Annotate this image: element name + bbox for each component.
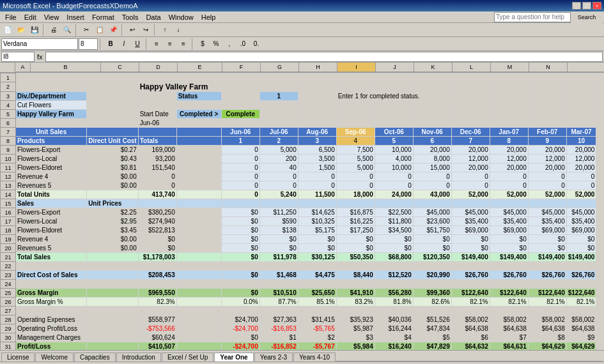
cell-J21[interactable]: $68,800 [375,253,413,262]
cell-D22[interactable] [138,262,176,271]
menu-view[interactable]: View [40,13,63,22]
cell-M26[interactable]: 82.1% [490,298,528,307]
cell-N1[interactable] [528,73,566,82]
print-button[interactable]: 🖨 [47,24,60,36]
cell-F9[interactable]: 0 [221,146,259,155]
cell-L18[interactable]: $69,000 [451,226,490,235]
align-center-button[interactable]: ≡ [164,38,176,50]
cell-C25[interactable] [87,289,139,298]
cell-I15[interactable] [336,199,375,208]
cell-L28[interactable]: $58,002 [451,315,490,324]
cell-H27[interactable] [298,307,336,315]
cell-K26[interactable]: 82.6% [413,298,451,307]
cell-K10[interactable]: 8,000 [413,155,451,163]
cell-N6[interactable] [528,119,566,128]
cell-F8[interactable]: 1 [221,137,259,146]
cell-H29[interactable]: -$5,765 [298,324,336,333]
cell-K15[interactable] [413,199,451,208]
comma-button[interactable]: , [223,38,236,50]
cell-F31[interactable]: -$24,700 [221,342,259,351]
cell-I9[interactable]: 7,500 [336,146,375,155]
cell-G17[interactable]: $590 [259,217,298,226]
cell-E31[interactable] [176,342,221,351]
cell-N9[interactable]: 20,000 [528,146,566,155]
cell-N15[interactable] [528,199,566,208]
cell-G3[interactable]: 1 [259,92,298,101]
cell-E20[interactable] [176,244,221,253]
cell-F21[interactable]: $0 [221,253,259,262]
cell-D27[interactable] [138,307,176,315]
col-header-G[interactable]: G [261,63,299,72]
cell-D21[interactable]: $1,178,003 [138,253,176,262]
cell-C1[interactable] [87,73,139,82]
cell-F30[interactable]: $0 [221,333,259,342]
cell-G7[interactable]: Jul-06 [259,128,298,137]
cell-M29[interactable]: $64,638 [490,324,528,333]
cell-G31[interactable]: -$16,852 [259,342,298,351]
cell-E6[interactable] [176,119,221,128]
cell-D15[interactable] [138,199,176,208]
cell-C9[interactable]: $0.27 [87,146,139,155]
cell-B29[interactable]: Operating Profit/Loss [16,324,87,333]
cell-D10[interactable]: 93,200 [138,155,176,163]
cell-H17[interactable]: $10,325 [298,217,336,226]
cell-F16[interactable]: $0 [221,208,259,217]
cell-M15[interactable] [490,199,528,208]
cell-L12[interactable]: 0 [451,172,490,181]
cell-J6[interactable] [375,119,413,128]
menu-window[interactable]: Window [165,13,197,22]
cell-C18[interactable]: $3.45 [87,226,139,235]
cell-D7[interactable] [138,128,176,137]
cell-N25[interactable]: $122,640 [528,289,566,298]
cell-H10[interactable]: 3,500 [298,155,336,163]
save-button[interactable]: 💾 [28,24,41,36]
cell-K24[interactable] [413,280,451,289]
cell-K23[interactable]: $20,990 [413,271,451,280]
cell-K13[interactable]: 0 [413,181,451,190]
cell-E28[interactable] [176,315,221,324]
cell-N10[interactable]: 12,000 [528,155,566,163]
align-right-button[interactable]: ≡ [177,38,190,50]
cell-J2[interactable] [375,82,413,92]
cell-I28[interactable]: $35,923 [336,315,375,324]
currency-button[interactable]: $ [196,38,209,50]
cell-B20[interactable]: Revenues 5 [16,244,87,253]
cell-B27[interactable] [16,307,87,315]
cell-N3[interactable] [528,92,566,101]
cell-G18[interactable]: $138 [259,226,298,235]
cell-L4[interactable] [451,101,490,110]
cell-O5[interactable] [566,110,596,119]
cell-B28[interactable]: Operating Expenses [16,315,87,324]
cell-K7[interactable]: Nov-06 [413,128,451,137]
cell-O29[interactable]: $64,638 [566,324,596,333]
cell-O14[interactable]: 52,000 [566,190,596,199]
cell-I29[interactable]: $5,987 [336,324,375,333]
cell-E10[interactable] [176,155,221,163]
cell-K8[interactable]: 6 [413,137,451,146]
cell-C24[interactable] [87,280,139,289]
cell-I24[interactable] [336,280,375,289]
cell-E30[interactable] [176,333,221,342]
cell-N26[interactable]: 82.1% [528,298,566,307]
cell-O10[interactable]: 12,000 [566,155,596,163]
cell-J16[interactable]: $22,500 [375,208,413,217]
cell-E9[interactable] [176,146,221,155]
font-size-selector[interactable] [79,38,98,50]
cell-I19[interactable]: $0 [336,235,375,244]
cell-I4[interactable] [336,101,375,110]
cell-G14[interactable]: 5,240 [259,190,298,199]
cell-J4[interactable] [375,101,413,110]
cell-I7[interactable]: Sep-06 [336,128,375,137]
sheet-tab-excel-setup[interactable]: Excel / Set Up [162,353,213,361]
cell-E5[interactable]: Completed > [176,110,221,119]
sheet-tab-years-4-10[interactable]: Years 4-10 [293,353,336,361]
cell-N13[interactable]: 0 [528,181,566,190]
cell-B26[interactable]: Gross Margin % [16,298,87,307]
col-header-M[interactable]: M [491,63,529,72]
cell-J19[interactable]: $0 [375,235,413,244]
cell-M27[interactable] [490,307,528,315]
cell-O17[interactable]: $35,400 [566,217,596,226]
cell-O9[interactable]: 20,000 [566,146,596,155]
cell-D17[interactable]: $274,940 [138,217,176,226]
cell-L9[interactable]: 20,000 [451,146,490,155]
